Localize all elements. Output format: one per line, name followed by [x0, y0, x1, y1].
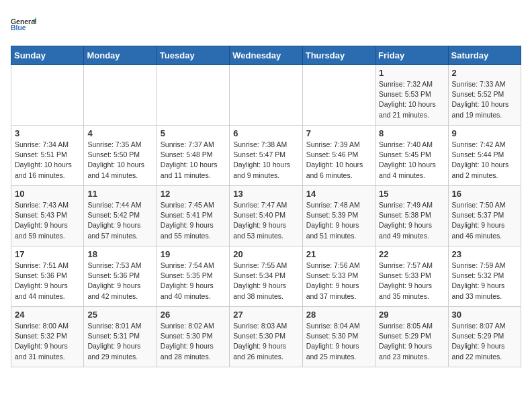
logo: General Blue — [11, 11, 36, 39]
day-number: 25 — [87, 310, 152, 320]
day-number: 6 — [233, 128, 298, 138]
day-number: 17 — [15, 249, 80, 259]
calendar-cell: 20Sunrise: 7:55 AM Sunset: 5:34 PM Dayli… — [230, 246, 302, 307]
day-number: 23 — [452, 249, 517, 259]
calendar-cell: 12Sunrise: 7:45 AM Sunset: 5:41 PM Dayli… — [157, 186, 229, 246]
day-info: Sunrise: 7:37 AM Sunset: 5:48 PM Dayligh… — [161, 140, 226, 181]
calendar-cell: 1Sunrise: 7:32 AM Sunset: 5:53 PM Daylig… — [375, 65, 448, 126]
calendar-week-2: 3Sunrise: 7:34 AM Sunset: 5:51 PM Daylig… — [11, 126, 521, 186]
calendar-cell — [302, 65, 375, 126]
calendar-cell: 30Sunrise: 8:07 AM Sunset: 5:29 PM Dayli… — [448, 307, 521, 367]
day-info: Sunrise: 8:04 AM Sunset: 5:30 PM Dayligh… — [306, 321, 371, 362]
day-info: Sunrise: 7:39 AM Sunset: 5:46 PM Dayligh… — [306, 140, 371, 181]
page-header: General Blue — [11, 11, 521, 39]
calendar-table: SundayMondayTuesdayWednesdayThursdayFrid… — [11, 46, 521, 367]
day-info: Sunrise: 7:47 AM Sunset: 5:40 PM Dayligh… — [233, 200, 298, 241]
calendar-cell: 3Sunrise: 7:34 AM Sunset: 5:51 PM Daylig… — [11, 126, 84, 186]
day-number: 7 — [306, 128, 371, 138]
day-number: 2 — [452, 68, 517, 78]
calendar-cell: 10Sunrise: 7:43 AM Sunset: 5:43 PM Dayli… — [11, 186, 84, 246]
day-number: 22 — [379, 249, 444, 259]
calendar-cell: 29Sunrise: 8:05 AM Sunset: 5:29 PM Dayli… — [375, 307, 448, 367]
day-number: 1 — [379, 68, 444, 78]
calendar-cell — [230, 65, 302, 126]
calendar-week-3: 10Sunrise: 7:43 AM Sunset: 5:43 PM Dayli… — [11, 186, 521, 246]
day-info: Sunrise: 7:56 AM Sunset: 5:33 PM Dayligh… — [306, 261, 371, 302]
day-info: Sunrise: 8:02 AM Sunset: 5:30 PM Dayligh… — [161, 321, 226, 362]
calendar-cell: 23Sunrise: 7:59 AM Sunset: 5:32 PM Dayli… — [448, 246, 521, 307]
day-number: 29 — [379, 310, 444, 320]
calendar-cell: 6Sunrise: 7:38 AM Sunset: 5:47 PM Daylig… — [230, 126, 302, 186]
day-number: 16 — [452, 189, 517, 199]
day-number: 3 — [15, 128, 80, 138]
calendar-cell: 15Sunrise: 7:49 AM Sunset: 5:38 PM Dayli… — [375, 186, 448, 246]
day-number: 28 — [306, 310, 371, 320]
col-header-friday: Friday — [375, 46, 448, 65]
calendar-cell: 8Sunrise: 7:40 AM Sunset: 5:45 PM Daylig… — [375, 126, 448, 186]
day-info: Sunrise: 7:53 AM Sunset: 5:36 PM Dayligh… — [87, 261, 152, 302]
day-number: 5 — [161, 128, 226, 138]
calendar-cell: 9Sunrise: 7:42 AM Sunset: 5:44 PM Daylig… — [448, 126, 521, 186]
day-number: 14 — [306, 189, 371, 199]
calendar-cell: 11Sunrise: 7:44 AM Sunset: 5:42 PM Dayli… — [84, 186, 157, 246]
day-info: Sunrise: 7:34 AM Sunset: 5:51 PM Dayligh… — [15, 140, 80, 181]
calendar-cell: 16Sunrise: 7:50 AM Sunset: 5:37 PM Dayli… — [448, 186, 521, 246]
calendar-cell: 19Sunrise: 7:54 AM Sunset: 5:35 PM Dayli… — [157, 246, 229, 307]
calendar-week-5: 24Sunrise: 8:00 AM Sunset: 5:32 PM Dayli… — [11, 307, 521, 367]
day-info: Sunrise: 7:43 AM Sunset: 5:43 PM Dayligh… — [15, 200, 80, 241]
day-info: Sunrise: 7:48 AM Sunset: 5:39 PM Dayligh… — [306, 200, 371, 241]
day-info: Sunrise: 8:07 AM Sunset: 5:29 PM Dayligh… — [452, 321, 517, 362]
col-header-wednesday: Wednesday — [230, 46, 302, 65]
day-number: 18 — [87, 249, 152, 259]
day-info: Sunrise: 7:49 AM Sunset: 5:38 PM Dayligh… — [379, 200, 444, 241]
calendar-week-1: 1Sunrise: 7:32 AM Sunset: 5:53 PM Daylig… — [11, 65, 521, 126]
day-number: 4 — [87, 128, 152, 138]
calendar-cell: 24Sunrise: 8:00 AM Sunset: 5:32 PM Dayli… — [11, 307, 84, 367]
calendar-cell: 5Sunrise: 7:37 AM Sunset: 5:48 PM Daylig… — [157, 126, 229, 186]
calendar-cell: 25Sunrise: 8:01 AM Sunset: 5:31 PM Dayli… — [84, 307, 157, 367]
logo-svg: General Blue — [11, 11, 36, 39]
calendar-cell: 27Sunrise: 8:03 AM Sunset: 5:30 PM Dayli… — [230, 307, 302, 367]
day-info: Sunrise: 8:01 AM Sunset: 5:31 PM Dayligh… — [87, 321, 152, 362]
calendar-cell: 17Sunrise: 7:51 AM Sunset: 5:36 PM Dayli… — [11, 246, 84, 307]
calendar-cell: 18Sunrise: 7:53 AM Sunset: 5:36 PM Dayli… — [84, 246, 157, 307]
day-number: 13 — [233, 189, 298, 199]
day-number: 21 — [306, 249, 371, 259]
calendar-cell: 2Sunrise: 7:33 AM Sunset: 5:52 PM Daylig… — [448, 65, 521, 126]
day-number: 15 — [379, 189, 444, 199]
day-info: Sunrise: 7:57 AM Sunset: 5:33 PM Dayligh… — [379, 261, 444, 302]
day-info: Sunrise: 7:59 AM Sunset: 5:32 PM Dayligh… — [452, 261, 517, 302]
calendar-cell — [157, 65, 229, 126]
calendar-cell: 28Sunrise: 8:04 AM Sunset: 5:30 PM Dayli… — [302, 307, 375, 367]
calendar-cell: 22Sunrise: 7:57 AM Sunset: 5:33 PM Dayli… — [375, 246, 448, 307]
day-number: 30 — [452, 310, 517, 320]
day-info: Sunrise: 7:40 AM Sunset: 5:45 PM Dayligh… — [379, 140, 444, 181]
calendar-cell: 4Sunrise: 7:35 AM Sunset: 5:50 PM Daylig… — [84, 126, 157, 186]
calendar-cell — [84, 65, 157, 126]
calendar-header-row: SundayMondayTuesdayWednesdayThursdayFrid… — [11, 46, 521, 65]
day-number: 12 — [161, 189, 226, 199]
day-number: 26 — [161, 310, 226, 320]
day-number: 10 — [15, 189, 80, 199]
day-info: Sunrise: 7:51 AM Sunset: 5:36 PM Dayligh… — [15, 261, 80, 302]
day-info: Sunrise: 8:05 AM Sunset: 5:29 PM Dayligh… — [379, 321, 444, 362]
col-header-monday: Monday — [84, 46, 157, 65]
calendar-cell: 14Sunrise: 7:48 AM Sunset: 5:39 PM Dayli… — [302, 186, 375, 246]
svg-text:Blue: Blue — [11, 24, 26, 32]
day-number: 19 — [161, 249, 226, 259]
calendar-cell: 13Sunrise: 7:47 AM Sunset: 5:40 PM Dayli… — [230, 186, 302, 246]
col-header-tuesday: Tuesday — [157, 46, 229, 65]
day-info: Sunrise: 7:45 AM Sunset: 5:41 PM Dayligh… — [161, 200, 226, 241]
day-number: 27 — [233, 310, 298, 320]
col-header-thursday: Thursday — [302, 46, 375, 65]
day-number: 20 — [233, 249, 298, 259]
calendar-week-4: 17Sunrise: 7:51 AM Sunset: 5:36 PM Dayli… — [11, 246, 521, 307]
calendar-cell: 26Sunrise: 8:02 AM Sunset: 5:30 PM Dayli… — [157, 307, 229, 367]
col-header-saturday: Saturday — [448, 46, 521, 65]
day-info: Sunrise: 8:00 AM Sunset: 5:32 PM Dayligh… — [15, 321, 80, 362]
day-info: Sunrise: 8:03 AM Sunset: 5:30 PM Dayligh… — [233, 321, 298, 362]
day-info: Sunrise: 7:35 AM Sunset: 5:50 PM Dayligh… — [87, 140, 152, 181]
day-number: 8 — [379, 128, 444, 138]
calendar-cell: 21Sunrise: 7:56 AM Sunset: 5:33 PM Dayli… — [302, 246, 375, 307]
day-info: Sunrise: 7:55 AM Sunset: 5:34 PM Dayligh… — [233, 261, 298, 302]
